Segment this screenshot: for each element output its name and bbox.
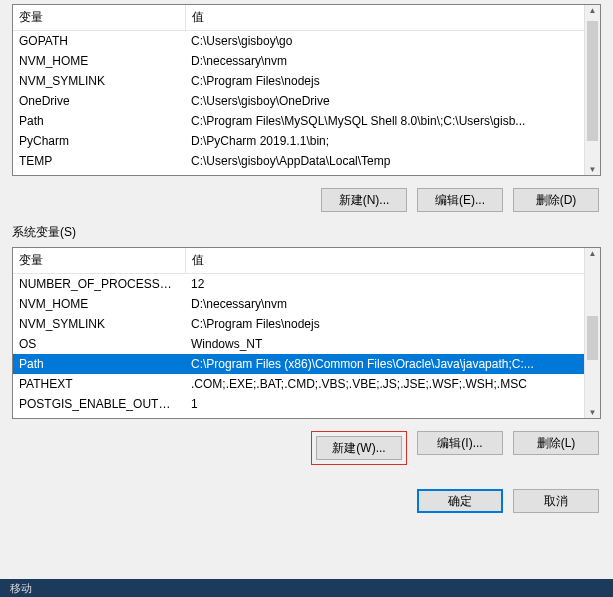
var-value-cell: C:\Program Files\nodejs — [185, 314, 584, 334]
background-taskbar: 移动 — [0, 579, 613, 597]
var-value-cell: D:\necessary\nvm — [185, 294, 584, 314]
system-new-button[interactable]: 新建(W)... — [316, 436, 402, 460]
table-row[interactable]: TEMPC:\Users\gisboy\AppData\Local\Temp — [13, 151, 584, 171]
system-col-value[interactable]: 值 — [185, 248, 584, 274]
table-row[interactable]: OSWindows_NT — [13, 334, 584, 354]
user-vars-table-wrap: 变量 值 GOPATHC:\Users\gisboy\goNVM_HOMED:\… — [12, 4, 601, 176]
user-scrollbar[interactable] — [584, 5, 600, 175]
var-name-cell: TEMP — [13, 151, 185, 171]
var-value-cell: C:\Program Files (x86)\Common Files\Orac… — [185, 354, 584, 374]
var-name-cell: NVM_HOME — [13, 51, 185, 71]
system-edit-button[interactable]: 编辑(I)... — [417, 431, 503, 455]
ok-button[interactable]: 确定 — [417, 489, 503, 513]
user-scrollbar-thumb[interactable] — [587, 21, 598, 141]
var-name-cell: OS — [13, 334, 185, 354]
system-scrollbar-thumb[interactable] — [587, 316, 598, 360]
user-vars-buttons: 新建(N)... 编辑(E)... 删除(D) — [12, 176, 601, 212]
table-row[interactable]: PathC:\Program Files (x86)\Common Files\… — [13, 354, 584, 374]
dialog-footer: 确定 取消 — [12, 465, 601, 513]
user-col-variable[interactable]: 变量 — [13, 5, 185, 31]
var-value-cell: C:\Program Files\nodejs — [185, 71, 584, 91]
var-value-cell: C:\Users\gisboy\go — [185, 31, 584, 52]
system-delete-button[interactable]: 删除(L) — [513, 431, 599, 455]
env-vars-dialog: 变量 值 GOPATHC:\Users\gisboy\goNVM_HOMED:\… — [0, 4, 613, 597]
table-row[interactable]: NVM_HOMED:\necessary\nvm — [13, 294, 584, 314]
var-name-cell: OneDrive — [13, 91, 185, 111]
var-name-cell: NUMBER_OF_PROCESSORS — [13, 274, 185, 295]
table-row[interactable]: NVM_SYMLINKC:\Program Files\nodejs — [13, 314, 584, 334]
table-row[interactable]: PyCharmD:\PyCharm 2019.1.1\bin; — [13, 131, 584, 151]
system-vars-table-wrap: 变量 值 NUMBER_OF_PROCESSORS12NVM_HOMED:\ne… — [12, 247, 601, 419]
system-col-variable[interactable]: 变量 — [13, 248, 185, 274]
table-row[interactable]: NUMBER_OF_PROCESSORS12 — [13, 274, 584, 295]
user-vars-table[interactable]: 变量 值 GOPATHC:\Users\gisboy\goNVM_HOMED:\… — [13, 5, 584, 171]
var-name-cell: GOPATH — [13, 31, 185, 52]
table-row[interactable]: NVM_HOMED:\necessary\nvm — [13, 51, 584, 71]
system-vars-label: 系统变量(S) — [12, 224, 601, 241]
table-row[interactable]: OneDriveC:\Users\gisboy\OneDrive — [13, 91, 584, 111]
table-row[interactable]: PathC:\Program Files\MySQL\MySQL Shell 8… — [13, 111, 584, 131]
var-value-cell: 1 — [185, 394, 584, 414]
highlight-annotation: 新建(W)... — [311, 431, 407, 465]
user-new-button[interactable]: 新建(N)... — [321, 188, 407, 212]
system-scrollbar[interactable] — [584, 248, 600, 418]
system-vars-section: 系统变量(S) 变量 值 NUMBER_OF_PROCESSORS12NVM_H… — [12, 224, 601, 465]
table-row[interactable]: GOPATHC:\Users\gisboy\go — [13, 31, 584, 52]
var-value-cell: C:\Program Files\MySQL\MySQL Shell 8.0\b… — [185, 111, 584, 131]
var-name-cell: NVM_HOME — [13, 294, 185, 314]
var-name-cell: PyCharm — [13, 131, 185, 151]
background-tab: 移动 — [0, 581, 42, 596]
var-value-cell: Windows_NT — [185, 334, 584, 354]
var-value-cell: .COM;.EXE;.BAT;.CMD;.VBS;.VBE;.JS;.JSE;.… — [185, 374, 584, 394]
table-row[interactable]: PATHEXT.COM;.EXE;.BAT;.CMD;.VBS;.VBE;.JS… — [13, 374, 584, 394]
cancel-button[interactable]: 取消 — [513, 489, 599, 513]
var-value-cell: D:\necessary\nvm — [185, 51, 584, 71]
table-row[interactable]: NVM_SYMLINKC:\Program Files\nodejs — [13, 71, 584, 91]
var-name-cell: PATHEXT — [13, 374, 185, 394]
user-vars-section: 变量 值 GOPATHC:\Users\gisboy\goNVM_HOMED:\… — [12, 4, 601, 212]
var-value-cell: 12 — [185, 274, 584, 295]
user-delete-button[interactable]: 删除(D) — [513, 188, 599, 212]
var-name-cell: Path — [13, 111, 185, 131]
user-col-value[interactable]: 值 — [185, 5, 584, 31]
var-name-cell: NVM_SYMLINK — [13, 314, 185, 334]
system-vars-buttons: 新建(W)... 编辑(I)... 删除(L) — [12, 419, 601, 465]
var-name-cell: NVM_SYMLINK — [13, 71, 185, 91]
var-value-cell: C:\Users\gisboy\OneDrive — [185, 91, 584, 111]
var-name-cell: Path — [13, 354, 185, 374]
var-value-cell: C:\Users\gisboy\AppData\Local\Temp — [185, 151, 584, 171]
system-vars-table[interactable]: 变量 值 NUMBER_OF_PROCESSORS12NVM_HOMED:\ne… — [13, 248, 584, 414]
user-edit-button[interactable]: 编辑(E)... — [417, 188, 503, 212]
var-name-cell: POSTGIS_ENABLE_OUTDB... — [13, 394, 185, 414]
table-row[interactable]: POSTGIS_ENABLE_OUTDB...1 — [13, 394, 584, 414]
var-value-cell: D:\PyCharm 2019.1.1\bin; — [185, 131, 584, 151]
